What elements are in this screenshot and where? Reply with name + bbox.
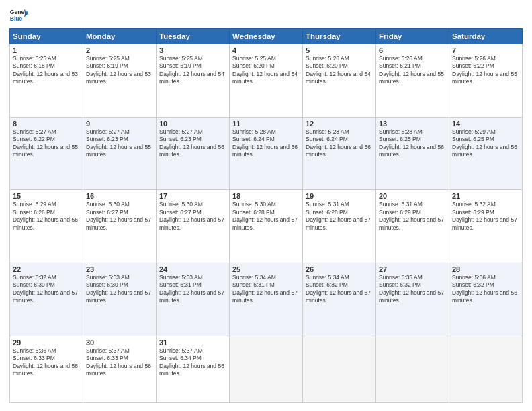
day-number: 6 [379,46,446,54]
calendar-week-row: 1Sunrise: 5:25 AMSunset: 6:18 PMDaylight… [10,44,523,118]
day-info: Sunrise: 5:33 AMSunset: 6:31 PMDaylight:… [159,274,226,305]
day-info: Sunrise: 5:36 AMSunset: 6:32 PMDaylight:… [452,274,519,305]
table-row [376,336,449,402]
logo-icon: General Blue [9,8,28,23]
day-number: 9 [86,120,153,128]
table-row: 10Sunrise: 5:27 AMSunset: 6:23 PMDayligh… [157,117,230,190]
day-info: Sunrise: 5:28 AMSunset: 6:25 PMDaylight:… [379,128,446,159]
calendar-header-row: Sunday Monday Tuesday Wednesday Thursday… [10,29,523,44]
day-info: Sunrise: 5:36 AMSunset: 6:33 PMDaylight:… [13,347,80,378]
col-friday: Friday [376,29,449,44]
day-number: 24 [159,265,226,273]
table-row: 21Sunrise: 5:32 AMSunset: 6:29 PMDayligh… [449,190,523,263]
day-number: 1 [13,46,80,54]
day-number: 12 [306,120,373,128]
day-number: 10 [159,120,226,128]
logo: General Blue [9,8,30,23]
day-info: Sunrise: 5:29 AMSunset: 6:26 PMDaylight:… [13,201,80,232]
day-number: 18 [232,192,300,200]
day-number: 4 [232,46,300,54]
table-row: 22Sunrise: 5:32 AMSunset: 6:30 PMDayligh… [10,263,83,336]
day-info: Sunrise: 5:30 AMSunset: 6:27 PMDaylight:… [159,201,226,232]
table-row: 3Sunrise: 5:25 AMSunset: 6:19 PMDaylight… [157,44,230,118]
table-row: 13Sunrise: 5:28 AMSunset: 6:25 PMDayligh… [376,117,449,190]
day-number: 14 [452,120,519,128]
day-info: Sunrise: 5:29 AMSunset: 6:25 PMDaylight:… [452,128,519,159]
col-saturday: Saturday [449,29,523,44]
day-number: 29 [13,338,80,347]
calendar-week-row: 29Sunrise: 5:36 AMSunset: 6:33 PMDayligh… [10,336,523,402]
day-number: 11 [232,120,300,128]
header: General Blue [9,8,523,23]
table-row: 14Sunrise: 5:29 AMSunset: 6:25 PMDayligh… [449,117,523,190]
calendar-table: Sunday Monday Tuesday Wednesday Thursday… [9,28,523,403]
calendar-week-row: 15Sunrise: 5:29 AMSunset: 6:26 PMDayligh… [10,190,523,263]
table-row: 9Sunrise: 5:27 AMSunset: 6:23 PMDaylight… [83,117,157,190]
calendar-week-row: 22Sunrise: 5:32 AMSunset: 6:30 PMDayligh… [10,263,523,336]
table-row: 5Sunrise: 5:26 AMSunset: 6:20 PMDaylight… [303,44,376,118]
day-number: 8 [13,120,80,128]
table-row: 17Sunrise: 5:30 AMSunset: 6:27 PMDayligh… [157,190,230,263]
table-row: 16Sunrise: 5:30 AMSunset: 6:27 PMDayligh… [83,190,157,263]
day-info: Sunrise: 5:31 AMSunset: 6:28 PMDaylight:… [306,201,373,232]
col-tuesday: Tuesday [157,29,230,44]
day-info: Sunrise: 5:37 AMSunset: 6:34 PMDaylight:… [159,347,226,378]
table-row: 29Sunrise: 5:36 AMSunset: 6:33 PMDayligh… [10,336,83,402]
table-row: 24Sunrise: 5:33 AMSunset: 6:31 PMDayligh… [157,263,230,336]
col-monday: Monday [83,29,157,44]
table-row: 8Sunrise: 5:27 AMSunset: 6:22 PMDaylight… [10,117,83,190]
day-info: Sunrise: 5:34 AMSunset: 6:31 PMDaylight:… [232,274,300,305]
day-info: Sunrise: 5:26 AMSunset: 6:21 PMDaylight:… [379,55,446,86]
day-info: Sunrise: 5:25 AMSunset: 6:18 PMDaylight:… [13,55,80,86]
table-row: 19Sunrise: 5:31 AMSunset: 6:28 PMDayligh… [303,190,376,263]
day-info: Sunrise: 5:25 AMSunset: 6:19 PMDaylight:… [159,55,226,86]
day-number: 26 [306,265,373,273]
day-number: 3 [159,46,226,54]
day-info: Sunrise: 5:31 AMSunset: 6:29 PMDaylight:… [379,201,446,232]
day-number: 17 [159,192,226,200]
svg-text:Blue: Blue [10,15,23,22]
day-info: Sunrise: 5:27 AMSunset: 6:23 PMDaylight:… [86,128,153,159]
day-info: Sunrise: 5:30 AMSunset: 6:27 PMDaylight:… [86,201,153,232]
day-number: 19 [306,192,373,200]
day-info: Sunrise: 5:30 AMSunset: 6:28 PMDaylight:… [232,201,300,232]
table-row: 4Sunrise: 5:25 AMSunset: 6:20 PMDaylight… [230,44,303,118]
table-row [230,336,303,402]
table-row [449,336,523,402]
day-info: Sunrise: 5:32 AMSunset: 6:29 PMDaylight:… [452,201,519,232]
day-info: Sunrise: 5:26 AMSunset: 6:22 PMDaylight:… [452,55,519,86]
day-info: Sunrise: 5:32 AMSunset: 6:30 PMDaylight:… [13,274,80,305]
table-row: 6Sunrise: 5:26 AMSunset: 6:21 PMDaylight… [376,44,449,118]
table-row: 28Sunrise: 5:36 AMSunset: 6:32 PMDayligh… [449,263,523,336]
table-row: 2Sunrise: 5:25 AMSunset: 6:19 PMDaylight… [83,44,157,118]
table-row: 11Sunrise: 5:28 AMSunset: 6:24 PMDayligh… [230,117,303,190]
day-info: Sunrise: 5:33 AMSunset: 6:30 PMDaylight:… [86,274,153,305]
day-info: Sunrise: 5:27 AMSunset: 6:23 PMDaylight:… [159,128,226,159]
day-number: 5 [306,46,373,54]
col-wednesday: Wednesday [230,29,303,44]
page: General Blue Sunday Monday Tuesday Wedne… [0,0,532,411]
day-info: Sunrise: 5:27 AMSunset: 6:22 PMDaylight:… [13,128,80,159]
table-row: 27Sunrise: 5:35 AMSunset: 6:32 PMDayligh… [376,263,449,336]
day-number: 22 [13,265,80,273]
day-number: 27 [379,265,446,273]
day-info: Sunrise: 5:25 AMSunset: 6:19 PMDaylight:… [86,55,153,86]
col-thursday: Thursday [303,29,376,44]
day-number: 31 [159,338,226,347]
day-number: 2 [86,46,153,54]
day-number: 21 [452,192,519,200]
day-info: Sunrise: 5:34 AMSunset: 6:32 PMDaylight:… [306,274,373,305]
day-number: 23 [86,265,153,273]
table-row: 1Sunrise: 5:25 AMSunset: 6:18 PMDaylight… [10,44,83,118]
table-row: 15Sunrise: 5:29 AMSunset: 6:26 PMDayligh… [10,190,83,263]
table-row: 31Sunrise: 5:37 AMSunset: 6:34 PMDayligh… [157,336,230,402]
table-row: 25Sunrise: 5:34 AMSunset: 6:31 PMDayligh… [230,263,303,336]
day-number: 13 [379,120,446,128]
calendar-week-row: 8Sunrise: 5:27 AMSunset: 6:22 PMDaylight… [10,117,523,190]
day-number: 28 [452,265,519,273]
day-info: Sunrise: 5:28 AMSunset: 6:24 PMDaylight:… [306,128,373,159]
day-number: 16 [86,192,153,200]
day-info: Sunrise: 5:25 AMSunset: 6:20 PMDaylight:… [232,55,300,86]
day-number: 25 [232,265,300,273]
day-number: 15 [13,192,80,200]
